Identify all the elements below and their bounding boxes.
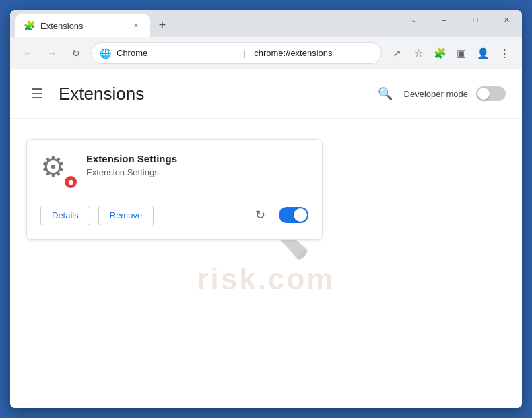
header-actions: 🔍 Developer mode [374, 83, 506, 104]
extensions-area: ⚙ ⏺ Extension Settings Extension Setting… [10, 119, 522, 260]
badge-record-icon: ⏺ [67, 178, 75, 186]
remove-button[interactable]: Remove [98, 206, 154, 225]
page-title-area: ☰ Extensions [26, 83, 144, 104]
tab-close-button[interactable]: × [130, 20, 142, 32]
bookmark-button[interactable]: ☆ [409, 44, 428, 63]
hamburger-menu-button[interactable]: ☰ [26, 83, 48, 104]
minimize-button[interactable]: – [429, 11, 460, 28]
page-title: Extensions [59, 84, 144, 104]
new-tab-button[interactable]: + [153, 16, 172, 34]
address-separator: | [244, 48, 246, 58]
site-info-icon: 🌐 [100, 48, 111, 59]
toolbar-icons: ↗ ☆ 🧩 ▣ 👤 ⋮ [387, 44, 514, 63]
browser-window: 🧩 Extensions × + ⌄ – □ ✕ ← → ↻ 🌐 Chrome … [10, 10, 522, 408]
page-content: 🔍 risk.com ☰ Extensions 🔍 Developer mode… [10, 69, 522, 408]
back-button[interactable]: ← [18, 44, 37, 63]
extension-card: ⚙ ⏺ Extension Settings Extension Setting… [26, 139, 323, 240]
details-button[interactable]: Details [40, 206, 90, 225]
extension-enable-toggle[interactable] [279, 207, 308, 223]
address-bar[interactable]: 🌐 Chrome | chrome://extensions [91, 42, 382, 64]
window-controls: ⌄ – □ ✕ [398, 10, 522, 29]
developer-mode-label: Developer mode [404, 89, 468, 99]
refresh-extension-button[interactable]: ↻ [249, 204, 271, 226]
page-header: ☰ Extensions 🔍 Developer mode [10, 69, 522, 119]
tab-extensions-icon: 🧩 [24, 20, 35, 31]
extensions-button[interactable]: 🧩 [430, 44, 449, 63]
reload-button[interactable]: ↻ [67, 44, 86, 63]
active-tab[interactable]: 🧩 Extensions × [15, 14, 150, 37]
developer-mode-toggle[interactable] [476, 86, 506, 101]
watermark-text: risk.com [197, 262, 335, 296]
close-button[interactable]: ✕ [491, 11, 522, 28]
card-bottom: Details Remove ↻ [40, 204, 308, 226]
search-button[interactable]: 🔍 [374, 83, 396, 104]
extension-icon: ⚙ ⏺ [40, 153, 75, 188]
url-text: chrome://extensions [254, 48, 373, 58]
title-bar: 🧩 Extensions × + ⌄ – □ ✕ [10, 10, 522, 37]
card-top: ⚙ ⏺ Extension Settings Extension Setting… [40, 153, 308, 188]
maximize-button[interactable]: □ [460, 11, 491, 28]
profile-button[interactable]: 👤 [473, 44, 492, 63]
menu-button[interactable]: ⋮ [495, 44, 514, 63]
chevron-button[interactable]: ⌄ [398, 11, 429, 28]
chrome-label: Chrome [117, 48, 236, 58]
tab-label: Extensions [40, 21, 84, 31]
extension-description: Extension Settings [86, 167, 177, 177]
share-button[interactable]: ↗ [387, 44, 406, 63]
extension-info: Extension Settings Extension Settings [86, 153, 177, 177]
forward-button[interactable]: → [42, 44, 61, 63]
extension-badge: ⏺ [63, 175, 78, 189]
gear-icon: ⚙ [40, 151, 66, 183]
extension-title: Extension Settings [86, 153, 177, 165]
omnibar: ← → ↻ 🌐 Chrome | chrome://extensions ↗ ☆… [10, 37, 522, 69]
sidebar-button[interactable]: ▣ [452, 44, 471, 63]
